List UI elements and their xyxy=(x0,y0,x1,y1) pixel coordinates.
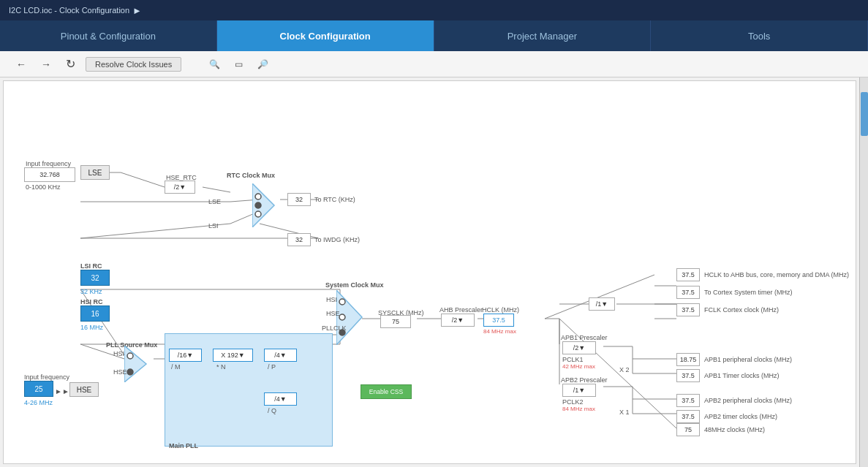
hclk-max: 84 MHz max xyxy=(483,328,516,335)
x2-label: X 2 xyxy=(619,366,630,373)
q-container: /4 ▼ xyxy=(264,392,297,406)
title-text: I2C LCD.ioc - Clock Configuration xyxy=(9,6,129,15)
hsi-rc-label: HSI RC xyxy=(80,298,103,305)
hsi-block: 16 xyxy=(80,305,110,322)
hclk-val: 37.5 xyxy=(483,314,514,327)
hsi-sys-label: HSI xyxy=(326,296,337,303)
rtc-mux-triangle xyxy=(252,183,282,227)
apb2-timer-val: 37.5 xyxy=(676,410,700,423)
to-iwdg-label: To IWDG (KHz) xyxy=(314,236,360,243)
lsi-block: 32 xyxy=(80,270,110,286)
redo-button[interactable]: → xyxy=(37,56,56,72)
apb2-prescaler-label: APB2 Prescaler xyxy=(561,376,608,384)
pclk1-label: PCLK1 xyxy=(562,356,584,363)
scrollbar-thumb[interactable] xyxy=(861,92,868,136)
input-freq-label-1: Input frequency xyxy=(26,160,71,167)
ahb-div[interactable]: /2 ▼ xyxy=(441,314,475,327)
n-container: X 192 ▼ xyxy=(213,349,253,362)
q-label: / Q xyxy=(268,407,276,414)
pclk2-label: PCLK2 xyxy=(562,398,584,406)
svg-point-58 xyxy=(339,314,345,320)
main-area: Input frequency 32.768 0-1000 KHz LSE /2… xyxy=(0,77,868,467)
svg-point-57 xyxy=(339,299,345,305)
resolve-button[interactable]: Resolve Clock Issues xyxy=(86,57,181,72)
sys-clk-mux-label: System Clock Mux xyxy=(325,281,384,289)
m-label: / M xyxy=(171,363,181,371)
pll-mux-triangle xyxy=(124,346,154,382)
undo-button[interactable]: ← xyxy=(12,56,31,72)
apb2-periph-val: 37.5 xyxy=(676,394,700,407)
lse-line-label: LSE xyxy=(208,198,221,205)
lsi-freq: 32 KHz xyxy=(80,288,102,295)
divm-select[interactable]: /16 ▼ xyxy=(169,349,202,362)
apb2-div[interactable]: /1 ▼ xyxy=(562,384,596,397)
cortex-val: 37.5 xyxy=(676,286,700,299)
rtc-val-box: 32 xyxy=(287,193,311,206)
pclk2-max: 84 MHz max xyxy=(562,406,595,412)
fit-button[interactable]: ▭ xyxy=(230,57,247,72)
apb2-timer-label: APB2 timer clocks (MHz) xyxy=(704,413,777,420)
arrow-hse: ►► xyxy=(55,387,69,395)
apb1-div[interactable]: /2 ▼ xyxy=(562,341,596,354)
p-select[interactable]: /4 ▼ xyxy=(264,349,297,362)
apb2-periph-label: APB2 peripheral clocks (MHz) xyxy=(704,397,792,404)
tab-tools[interactable]: Tools xyxy=(651,20,868,51)
lsi-rc-label: LSI RC xyxy=(80,262,102,270)
apb1-periph-val: 18.75 xyxy=(676,353,700,366)
tab-pinout[interactable]: Pinout & Configuration xyxy=(0,20,217,51)
to-rtc-label: To RTC (KHz) xyxy=(314,196,355,203)
svg-point-50 xyxy=(255,194,261,200)
sysclk-val: 75 xyxy=(380,315,411,328)
p-container: /4 ▼ xyxy=(264,349,297,362)
tab-clock[interactable]: Clock Configuration xyxy=(217,20,434,51)
fclk-val: 37.5 xyxy=(676,303,700,316)
input-range-1: 0-1000 KHz xyxy=(26,183,61,191)
svg-point-54 xyxy=(127,353,133,359)
input-range-2: 4-26 MHz xyxy=(24,399,53,406)
tab-project[interactable]: Project Manager xyxy=(434,20,652,51)
divm-container: /16 ▼ xyxy=(169,349,202,362)
mhz48-val: 75 xyxy=(676,423,700,436)
scrollbar-right[interactable] xyxy=(859,77,868,467)
input-val-1: 32.768 xyxy=(24,167,75,182)
apb1-timer-label: APB1 Timer clocks (MHz) xyxy=(704,372,780,379)
hsi-freq: 16 MHz xyxy=(80,324,103,331)
pll-box: Main PLL /16 ▼ / M X 192 ▼ * N /4 ▼ xyxy=(165,333,333,447)
svg-line-22 xyxy=(545,275,654,319)
cortex-div[interactable]: /1 ▼ xyxy=(589,297,615,311)
cortex-label: To Cortex System timer (MHz) xyxy=(704,289,793,296)
svg-marker-53 xyxy=(124,346,146,382)
p-label: / P xyxy=(268,363,276,371)
input-val-2: 25 xyxy=(24,381,53,397)
main-pll-label: Main PLL xyxy=(169,442,198,449)
svg-point-55 xyxy=(127,369,133,375)
zoom-out-button[interactable]: 🔎 xyxy=(253,57,273,72)
zoom-in-button[interactable]: 🔍 xyxy=(205,57,224,72)
hse-block: HSE xyxy=(69,382,99,397)
pllclk-label: PLLCLK xyxy=(322,324,347,332)
pll-hsi-label: HSI xyxy=(113,350,124,357)
n-select[interactable]: X 192 ▼ xyxy=(213,349,253,362)
pclk1-max: 42 MHz max xyxy=(562,363,595,370)
mhz48-label: 48MHz clocks (MHz) xyxy=(704,426,765,433)
iwdg-val-box: 32 xyxy=(287,233,311,246)
svg-point-51 xyxy=(255,202,261,208)
hclk-ahb-label: HCLK to AHB bus, core, memory and DMA (M… xyxy=(704,271,849,278)
apb1-timer-val: 37.5 xyxy=(676,369,700,382)
lse-block: LSE xyxy=(80,165,110,180)
hse-div2[interactable]: /2 ▼ xyxy=(165,181,195,194)
clock-diagram-canvas: Input frequency 32.768 0-1000 KHz LSE /2… xyxy=(3,80,856,464)
hse-rtc-label: HSE_RTC xyxy=(166,174,197,181)
ahb-prescaler-label: AHB Prescaler xyxy=(439,306,483,314)
pll-hse-label: HSE xyxy=(113,368,127,376)
q-select[interactable]: /4 ▼ xyxy=(264,392,297,406)
refresh-button[interactable]: ↻ xyxy=(61,55,80,73)
hclk-label: HCLK (MHz) xyxy=(482,306,519,314)
n-label: * N xyxy=(216,363,226,371)
svg-point-52 xyxy=(255,211,261,217)
apb1-periph-label: APB1 peripheral clocks (MHz) xyxy=(704,356,792,363)
svg-line-1 xyxy=(121,172,165,187)
apb1-prescaler-label: APB1 Prescaler xyxy=(561,334,608,341)
enable-css-button[interactable]: Enable CSS xyxy=(361,384,412,399)
toolbar: ← → ↻ Resolve Clock Issues 🔍 ▭ 🔎 xyxy=(0,51,868,77)
